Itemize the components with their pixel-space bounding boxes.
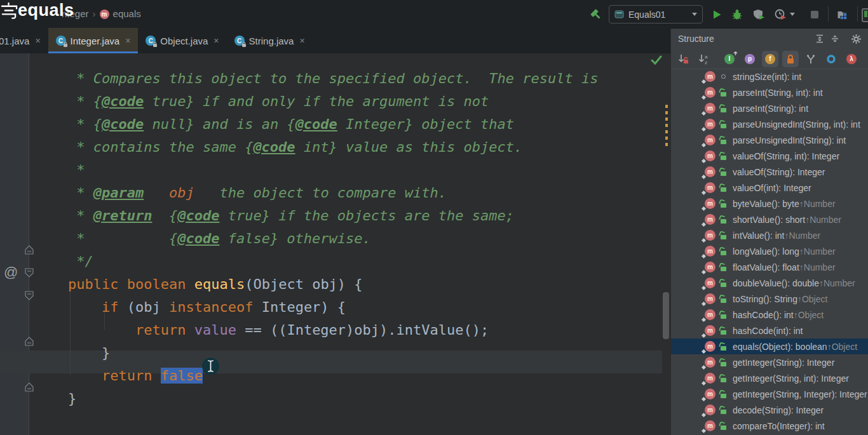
structure-item-doubleValue[interactable]: mdoubleValue(): double ↑Number bbox=[671, 275, 868, 291]
code-line[interactable]: return false bbox=[34, 365, 662, 387]
code-line[interactable]: * @param obj the object to compare with. bbox=[34, 182, 662, 204]
structure-item-valueOf[interactable]: mvalueOf(String, int): Integer bbox=[671, 148, 868, 164]
group-by-defining-type-icon[interactable] bbox=[803, 51, 819, 67]
public-visibility-icon bbox=[720, 358, 728, 366]
structure-item-valueOf[interactable]: mvalueOf(String): Integer bbox=[671, 164, 868, 180]
fold-marker-down-icon[interactable] bbox=[24, 290, 34, 301]
code-line[interactable]: * {@code true} if and only if the argume… bbox=[34, 90, 662, 113]
structure-item-hashCode[interactable]: mhashCode(int): int bbox=[671, 323, 868, 338]
code-line[interactable]: */ bbox=[34, 250, 662, 273]
build-hammer-icon[interactable] bbox=[590, 8, 602, 21]
class-icon: C bbox=[56, 36, 66, 46]
show-interfaces-icon[interactable] bbox=[823, 51, 839, 67]
show-inherited-icon[interactable]: I bbox=[721, 51, 738, 67]
sort-by-visibility-icon[interactable] bbox=[675, 51, 691, 67]
inherited-from: ↑Number bbox=[784, 231, 820, 241]
close-tab-icon[interactable]: × bbox=[299, 36, 304, 46]
structure-item-floatValue[interactable]: mfloatValue(): float ↑Number bbox=[671, 259, 868, 275]
tab-Object.java[interactable]: CObject.java× bbox=[138, 28, 226, 53]
show-non-public-icon[interactable] bbox=[782, 51, 799, 67]
profiler-chevron-icon[interactable] bbox=[790, 13, 795, 16]
structure-item-decode[interactable]: mdecode(String): Integer bbox=[671, 402, 868, 418]
show-lambdas-icon[interactable]: λ bbox=[843, 51, 860, 67]
run-icon[interactable] bbox=[710, 8, 723, 21]
tab-Integer.java[interactable]: CInteger.java× bbox=[48, 28, 139, 53]
structure-item-parseInt[interactable]: mparseInt(String, int): int bbox=[671, 84, 868, 100]
structure-item-getInteger[interactable]: mgetInteger(String, int): Integer bbox=[671, 370, 868, 386]
method-icon: m bbox=[705, 119, 715, 130]
show-fields-icon[interactable]: f bbox=[762, 51, 778, 67]
sort-alphabetically-icon[interactable]: a z bbox=[695, 51, 712, 67]
code-line[interactable]: } bbox=[34, 387, 662, 410]
method-signature: byteValue(): byte bbox=[733, 199, 799, 209]
fold-marker-up-icon[interactable] bbox=[24, 336, 34, 347]
more-icon[interactable] bbox=[862, 8, 868, 22]
code-line[interactable]: return value == ((Integer)obj).intValue(… bbox=[34, 319, 662, 342]
method-signature: shortValue(): short bbox=[733, 215, 805, 225]
structure-item-shortValue[interactable]: mshortValue(): short ↑Number bbox=[671, 211, 868, 227]
tab-01.java[interactable]: 01.java× bbox=[0, 28, 48, 53]
class-icon: C bbox=[146, 36, 156, 46]
tab-String.java[interactable]: CString.java× bbox=[227, 28, 313, 53]
collapse-all-icon[interactable] bbox=[830, 34, 840, 44]
structure-item-stringSize[interactable]: mstringSize(int): int bbox=[671, 69, 868, 84]
structure-item-toString[interactable]: mtoString(): String ↑Object bbox=[671, 291, 868, 307]
tab-label: Integer.java bbox=[71, 36, 120, 46]
public-visibility-icon bbox=[720, 215, 728, 224]
structure-panel: Structure bbox=[670, 29, 868, 435]
structure-item-parseUnsignedInt[interactable]: mparseUnsignedInt(String): int bbox=[671, 132, 868, 148]
code-line[interactable]: * @return {@code true} if the objects ar… bbox=[34, 204, 662, 227]
code-line[interactable]: * {@code false} otherwise. bbox=[34, 227, 662, 250]
structure-item-byteValue[interactable]: mbyteValue(): byte ↑Number bbox=[671, 196, 868, 211]
structure-item-hashCode[interactable]: mhashCode(): int ↑Object bbox=[671, 307, 868, 323]
code-editor[interactable]: * Compares this object to the specified … bbox=[0, 53, 670, 435]
code-line[interactable]: * Compares this object to the specified … bbox=[34, 67, 662, 90]
main-toolbar: nteger › m equals Equals01 bbox=[0, 0, 868, 29]
gear-icon[interactable] bbox=[851, 34, 862, 44]
public-visibility-icon bbox=[720, 247, 728, 255]
code-line[interactable]: public boolean equals(Object obj) { bbox=[34, 273, 662, 296]
method-signature: equals(Object): boolean bbox=[733, 342, 827, 352]
fold-marker-down-icon[interactable] bbox=[24, 267, 34, 278]
editor-tab-bar: 01.java×CInteger.java×CObject.java×CStri… bbox=[0, 28, 670, 53]
code-line[interactable]: * bbox=[34, 159, 662, 182]
run-config-select[interactable]: Equals01 bbox=[609, 5, 703, 23]
code-line[interactable]: if (obj instanceof Integer) { bbox=[34, 296, 662, 319]
breadcrumb-method[interactable]: equals bbox=[113, 0, 141, 28]
inspection-ok-checkmark-icon[interactable] bbox=[651, 55, 662, 65]
expand-all-icon[interactable] bbox=[815, 34, 825, 44]
close-tab-icon[interactable]: × bbox=[35, 36, 40, 46]
public-visibility-icon bbox=[720, 374, 728, 382]
run-with-coverage-icon[interactable] bbox=[752, 8, 765, 21]
svg-text:z: z bbox=[705, 60, 707, 65]
profiler-icon[interactable] bbox=[774, 8, 787, 21]
structure-item-intValue[interactable]: mintValue(): int ↑Number bbox=[671, 227, 868, 243]
code-line[interactable]: * contains the same {@code int} value as… bbox=[34, 136, 662, 159]
method-signature: valueOf(String, int): Integer bbox=[733, 151, 839, 161]
fold-marker-up-icon[interactable] bbox=[24, 382, 34, 392]
code-line[interactable]: * {@code null} and is an {@code Integer}… bbox=[34, 113, 662, 136]
code-line[interactable] bbox=[34, 410, 662, 433]
code-line[interactable]: } bbox=[34, 342, 662, 365]
structure-item-valueOf[interactable]: mvalueOf(int): Integer bbox=[671, 180, 868, 196]
structure-item-getInteger[interactable]: mgetInteger(String): Integer bbox=[671, 354, 868, 370]
structure-item-parseUnsignedInt[interactable]: mparseUnsignedInt(String, int): int bbox=[671, 116, 868, 132]
structure-item-longValue[interactable]: mlongValue(): long ↑Number bbox=[671, 243, 868, 259]
debug-icon[interactable] bbox=[731, 8, 743, 21]
stop-icon[interactable] bbox=[808, 8, 821, 21]
close-tab-icon[interactable]: × bbox=[214, 36, 219, 46]
method-icon: m bbox=[705, 325, 715, 336]
show-properties-icon[interactable]: p bbox=[742, 51, 758, 67]
structure-item-parseInt[interactable]: mparseInt(String): int bbox=[671, 100, 868, 116]
structure-item-getInteger[interactable]: mgetInteger(String, Integer): Integer bbox=[671, 386, 868, 402]
public-visibility-icon bbox=[720, 104, 728, 112]
editor-scrollbar[interactable] bbox=[663, 292, 669, 339]
method-icon: m bbox=[705, 198, 715, 209]
structure-item-compareTo[interactable]: mcompareTo(Integer): int bbox=[671, 418, 868, 434]
modules-icon[interactable] bbox=[836, 8, 849, 21]
structure-item-equals[interactable]: mequals(Object): boolean ↑Object bbox=[671, 338, 868, 354]
fold-marker-up-icon[interactable] bbox=[24, 244, 34, 255]
method-icon: m bbox=[705, 341, 715, 352]
close-tab-icon[interactable]: × bbox=[125, 36, 130, 46]
code-area[interactable]: * Compares this object to the specified … bbox=[0, 67, 662, 435]
